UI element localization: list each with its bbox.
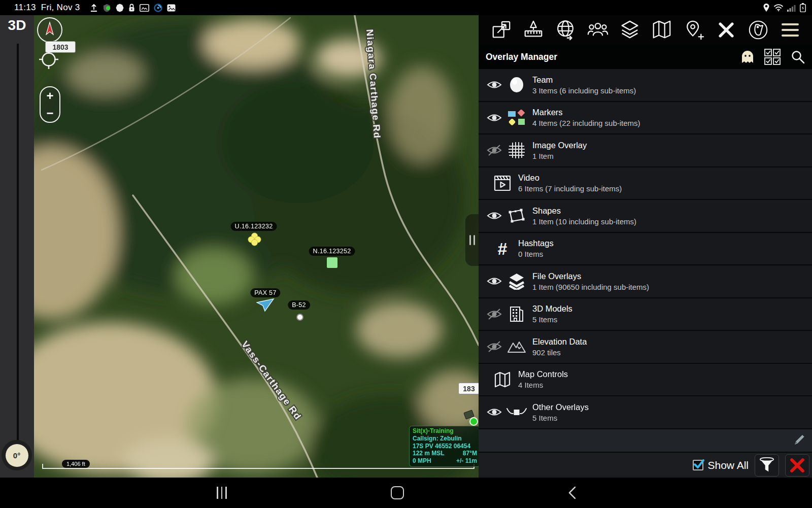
- shapes-icon: [505, 208, 528, 223]
- edit-pencil-icon[interactable]: [793, 433, 806, 448]
- row-detail: 4 Items (22 including sub-items): [532, 119, 640, 127]
- shield-status-icon: [103, 4, 111, 12]
- visibility-eye-off-icon[interactable]: [484, 341, 505, 352]
- row-title: Map Controls: [518, 369, 568, 379]
- row-title: Markers: [532, 108, 640, 117]
- overlay-row-markers[interactable]: Markers4 Items (22 including sub-items): [479, 102, 812, 135]
- badge-icon: [116, 4, 124, 12]
- marker-label: PAX 57: [250, 288, 280, 297]
- video-icon: [491, 175, 514, 191]
- overlay-row-file-overlays[interactable]: File Overlays1 Item (90650 including sub…: [479, 265, 812, 298]
- search-icon[interactable]: [791, 50, 805, 64]
- show-all-toggle[interactable]: Show All: [693, 459, 749, 471]
- overlay-row-other-overlays[interactable]: Other Overlays5 Items: [479, 396, 812, 429]
- markers-icon: [505, 110, 528, 126]
- zoom-in-button[interactable]: +: [41, 87, 59, 105]
- location-icon: [763, 3, 770, 12]
- other-overlays-icon: [505, 406, 528, 418]
- left-toolbar-rail: 3D 0°: [0, 15, 34, 478]
- row-title: Team: [532, 75, 636, 85]
- overlay-row-elevation-data[interactable]: Elevation Data902 tiles: [479, 331, 812, 364]
- panel-header: Overlay Manager: [479, 45, 812, 69]
- row-detail: 0 Items: [518, 250, 554, 258]
- heading-reset-button[interactable]: 0°: [2, 440, 32, 470]
- status-bar: 11:13 Fri, Nov 3: [0, 0, 812, 15]
- row-detail: 1 Item (10 including sub-items): [532, 217, 636, 226]
- 3d-mode-button[interactable]: 3D: [0, 17, 34, 33]
- visibility-eye-icon[interactable]: [484, 79, 505, 90]
- overlay-row-hashtags[interactable]: # Hashtags0 Items: [479, 233, 812, 266]
- row-title: Other Overlays: [532, 402, 589, 412]
- map-switcher-icon[interactable]: [649, 18, 674, 42]
- row-detail: 1 Item: [532, 152, 587, 160]
- marker-white-dot[interactable]: [296, 314, 303, 321]
- row-title: Video: [518, 173, 622, 183]
- gps-accuracy: +/- 11m: [456, 457, 477, 465]
- row-detail: 902 tiles: [532, 348, 587, 357]
- server-name: Sit(x)-Training: [413, 427, 477, 435]
- elevation-data-icon: [505, 340, 528, 354]
- row-title: File Overlays: [532, 272, 649, 281]
- globe-tool-icon[interactable]: [553, 18, 578, 42]
- hashtag-icon: #: [491, 241, 514, 256]
- compass[interactable]: [37, 17, 62, 43]
- overlay-row-video[interactable]: Video6 Items (7 including sub-items): [479, 167, 812, 200]
- home-button[interactable]: [391, 486, 404, 499]
- self-info-widget: Sit(x)-Training Callsign: Zebulin 17S PV…: [409, 426, 479, 467]
- file-overlays-icon: [505, 273, 528, 290]
- recents-button[interactable]: [217, 487, 227, 499]
- map-controls-icon: [491, 371, 514, 388]
- visibility-eye-icon[interactable]: [484, 407, 505, 418]
- route-sign-183: 183: [458, 383, 479, 394]
- bearing: 87°M: [463, 450, 477, 457]
- resize-window-icon[interactable]: [489, 18, 514, 42]
- overlay-row-3d-models[interactable]: 3D Models5 Items: [479, 298, 812, 331]
- visibility-eye-icon[interactable]: [484, 276, 505, 287]
- wifi-icon: [773, 4, 784, 12]
- marker-label: N.16.123252: [309, 247, 355, 256]
- contacts-icon[interactable]: [585, 18, 611, 42]
- overlay-manager-panel: Overlay Manager Team3 Items (6 including: [479, 15, 812, 478]
- visibility-eye-icon[interactable]: [484, 112, 505, 123]
- callsign: Callsign: Zebulin: [413, 435, 477, 443]
- close-panel-button[interactable]: [785, 454, 809, 477]
- panel-drag-handle[interactable]: [465, 214, 479, 266]
- visibility-eye-icon[interactable]: [484, 210, 505, 221]
- dog-plugin-icon[interactable]: [746, 18, 771, 42]
- close-all-icon[interactable]: [714, 18, 739, 42]
- visibility-eye-off-icon[interactable]: [484, 309, 505, 320]
- overlay-row-map-controls[interactable]: Map Controls4 Items: [479, 364, 812, 397]
- row-detail: 4 Items: [518, 381, 568, 389]
- overlay-row-team[interactable]: Team3 Items (6 including sub-items): [479, 69, 812, 102]
- self-center-crosshair[interactable]: [39, 50, 58, 71]
- altitude: 122 m MSL: [413, 450, 445, 457]
- overlay-row-image-overlay[interactable]: Image Overlay1 Item: [479, 134, 812, 167]
- signal-icon: [787, 4, 796, 12]
- menu-icon[interactable]: [777, 18, 803, 42]
- self-position-dot[interactable]: [469, 417, 478, 426]
- top-toolbar: [479, 15, 812, 45]
- layers-icon[interactable]: [617, 18, 642, 42]
- marker-label: U.16.123232: [231, 222, 277, 231]
- battery-icon: [800, 3, 806, 12]
- point-dropper-icon[interactable]: [681, 18, 706, 42]
- marker-blue-arrow[interactable]: [256, 298, 275, 314]
- overlay-row-shapes[interactable]: Shapes1 Item (10 including sub-items): [479, 200, 812, 233]
- zoom-out-button[interactable]: −: [41, 105, 59, 122]
- multiselect-icon[interactable]: [764, 49, 781, 65]
- marker-green-square[interactable]: [327, 257, 337, 268]
- ghost-mode-icon[interactable]: [741, 50, 754, 64]
- back-button[interactable]: [567, 486, 577, 502]
- marker-yellow-clover[interactable]: [248, 232, 261, 248]
- row-detail: 3 Items (6 including sub-items): [532, 86, 636, 95]
- row-title: Elevation Data: [532, 337, 587, 347]
- speed: 0 MPH: [413, 457, 431, 465]
- measure-tool-icon[interactable]: [521, 18, 546, 42]
- rail-divider: [17, 44, 19, 441]
- filter-button[interactable]: [755, 454, 779, 477]
- show-all-checkbox[interactable]: [693, 460, 703, 470]
- visibility-eye-off-icon[interactable]: [484, 145, 505, 156]
- panel-title: Overlay Manager: [486, 52, 741, 62]
- map-canvas[interactable]: Niagara Carthage Rd Vass-Carthage Rd 180…: [34, 15, 479, 478]
- row-detail: 1 Item (90650 including sub-items): [532, 283, 649, 291]
